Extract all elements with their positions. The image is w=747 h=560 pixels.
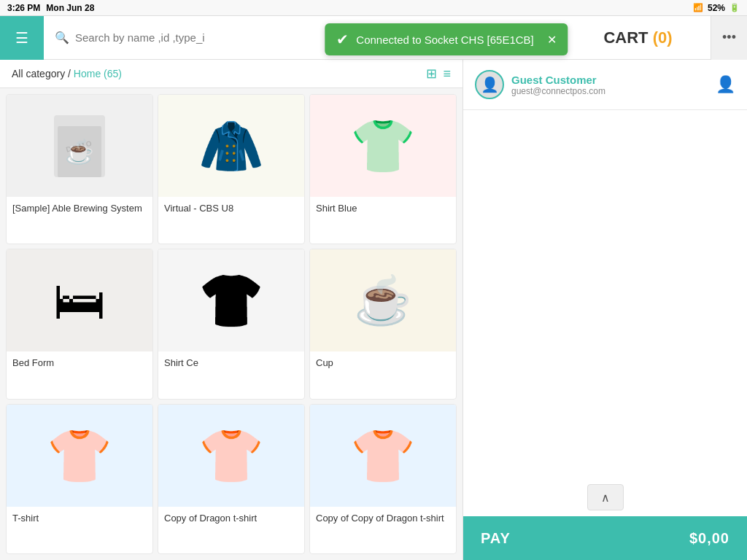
product-name: Copy of Copy of Dragon t-shirt xyxy=(310,507,456,531)
battery-level: 52% xyxy=(708,3,725,13)
toast-close-button[interactable]: ✕ xyxy=(547,33,557,47)
customer-section: 👤 Guest Customer guest@connectpos.com 👤 xyxy=(463,60,747,110)
customer-info: 👤 Guest Customer guest@connectpos.com xyxy=(475,70,605,99)
product-name: Shirt Blue xyxy=(310,197,456,221)
customer-details: Guest Customer guest@connectpos.com xyxy=(511,74,605,96)
category-active[interactable]: Home (65) xyxy=(74,68,122,79)
toast-check-icon: ✔ xyxy=(336,31,349,48)
status-date: Mon Jun 28 xyxy=(46,3,94,13)
view-toggles: ⊞ ≡ xyxy=(426,66,451,82)
scroll-up-area: ∧ xyxy=(463,478,747,516)
status-time: 3:26 PM xyxy=(7,3,40,13)
product-card[interactable]: ☕ DEMO [Sample] Able Brewing System xyxy=(6,94,153,244)
product-image: ☕ DEMO xyxy=(7,95,152,197)
product-card[interactable]: 🛏 Bed Form xyxy=(6,249,153,399)
grid-view-button[interactable]: ⊞ xyxy=(426,66,437,82)
category-path: All category / Home (65) xyxy=(12,68,122,79)
search-icon: 🔍 xyxy=(55,31,69,44)
cart-label: CART (0) xyxy=(603,28,672,47)
cart-count: (0) xyxy=(653,28,673,47)
main-layout: All category / Home (65) ⊞ ≡ ☕ xyxy=(0,60,747,560)
pay-button[interactable]: PAY $0,00 xyxy=(463,516,747,560)
product-image: 🧥 xyxy=(158,95,304,197)
status-bar: 3:26 PM Mon Jun 28 📶 52% 🔋 xyxy=(0,0,747,16)
product-name: Copy of Dragon t-shirt xyxy=(158,507,304,531)
category-bar: All category / Home (65) ⊞ ≡ xyxy=(0,60,462,88)
toast-message: Connected to Socket CHS [65E1CB] xyxy=(356,34,533,46)
more-icon: ••• xyxy=(722,30,736,44)
customer-email: guest@connectpos.com xyxy=(511,86,605,96)
product-card[interactable]: 👕 Copy of Dragon t-shirt xyxy=(158,404,305,554)
product-image: 👕 xyxy=(158,405,304,507)
avatar-icon: 👤 xyxy=(481,76,499,93)
product-image: 👕 xyxy=(310,95,456,197)
product-name: Cup xyxy=(310,351,456,376)
product-image: 🛏 xyxy=(7,249,152,351)
product-name: T-shirt xyxy=(7,507,152,531)
product-image: 👕 xyxy=(310,405,456,507)
product-name: [Sample] Able Brewing System xyxy=(7,197,152,221)
pay-label: PAY xyxy=(481,530,511,547)
scroll-up-button[interactable]: ∧ xyxy=(587,484,624,510)
product-card[interactable]: ☕ Cup xyxy=(309,249,457,399)
change-customer-button[interactable]: 👤 xyxy=(716,75,735,94)
product-card[interactable]: 🧥 Virtual - CBS U8 xyxy=(158,94,305,244)
pay-amount: $0,00 xyxy=(689,530,729,547)
product-card[interactable]: 👕 Copy of Copy of Dragon t-shirt xyxy=(309,404,457,554)
battery-icon: 🔋 xyxy=(729,3,740,12)
product-image: 👕 xyxy=(158,249,304,351)
more-options-button[interactable]: ••• xyxy=(711,16,747,60)
header: ☰ 🔍 ▾ ✔ Connected to Socket CHS [65E1CB]… xyxy=(0,16,747,60)
cart-empty-area xyxy=(463,110,747,478)
grid-icon: ⊞ xyxy=(426,66,437,81)
list-icon: ≡ xyxy=(443,66,451,81)
toast-notification: ✔ Connected to Socket CHS [65E1CB] ✕ xyxy=(325,23,568,55)
customer-name: Guest Customer xyxy=(511,74,605,86)
product-card[interactable]: 👕 T-shirt xyxy=(6,404,153,554)
product-card[interactable]: 👕 Shirt Blue xyxy=(309,94,457,244)
product-grid: ☕ DEMO [Sample] Able Brewing System 🧥 Vi… xyxy=(0,88,462,560)
cart-area: CART (0) xyxy=(565,28,711,47)
change-customer-icon: 👤 xyxy=(716,75,735,93)
list-view-button[interactable]: ≡ xyxy=(443,66,451,82)
product-name: Shirt Ce xyxy=(158,351,304,376)
product-name: Bed Form xyxy=(7,351,152,376)
avatar: 👤 xyxy=(475,70,504,99)
product-image: 👕 xyxy=(7,405,152,507)
product-image: ☕ xyxy=(310,249,456,351)
wifi-icon: 📶 xyxy=(693,3,703,12)
chevron-up-icon: ∧ xyxy=(601,491,610,505)
product-card[interactable]: 👕 Shirt Ce xyxy=(158,249,305,399)
product-panel: All category / Home (65) ⊞ ≡ ☕ xyxy=(0,60,462,560)
menu-icon: ☰ xyxy=(15,29,28,47)
cart-panel: 👤 Guest Customer guest@connectpos.com 👤 … xyxy=(462,60,747,560)
menu-button[interactable]: ☰ xyxy=(0,16,44,60)
product-name: Virtual - CBS U8 xyxy=(158,197,304,221)
